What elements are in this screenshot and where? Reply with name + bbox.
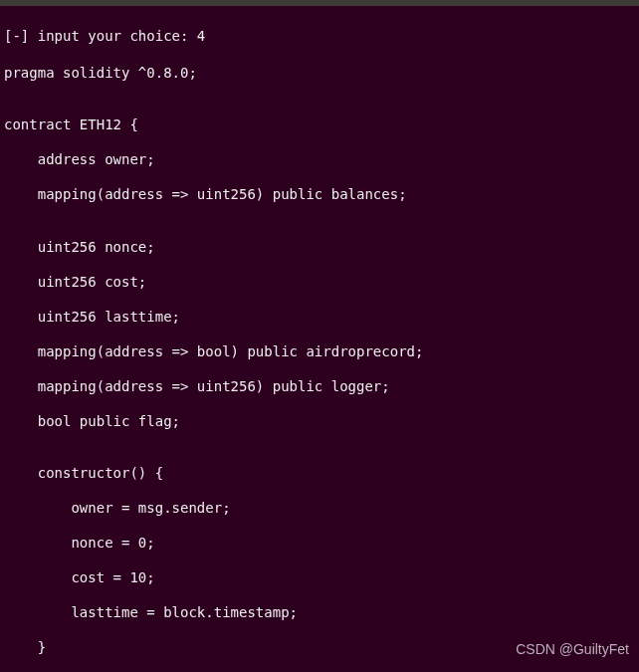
code-line: owner = msg.sender;: [4, 500, 635, 518]
watermark: CSDN @GuiltyFet: [516, 641, 629, 659]
code-line: bool public flag;: [4, 413, 635, 431]
terminal-output: [-] input your choice: 4 pragma solidity…: [0, 6, 639, 672]
code-line: mapping(address => uint256) public logge…: [4, 378, 635, 396]
code-line: address owner;: [4, 151, 635, 169]
code-line: cost = 10;: [4, 569, 635, 587]
code-line: constructor() {: [4, 465, 635, 483]
code-line: pragma solidity ^0.8.0;: [4, 65, 635, 83]
code-line: uint256 cost;: [4, 274, 635, 292]
code-line: mapping(address => bool) public airdropr…: [4, 343, 635, 361]
code-line: nonce = 0;: [4, 535, 635, 553]
code-line: contract ETH12 {: [4, 116, 635, 134]
prompt-line: [-] input your choice: 4: [4, 28, 205, 44]
code-line: mapping(address => uint256) public balan…: [4, 186, 635, 204]
code-line: lasttime = block.timestamp;: [4, 604, 635, 622]
code-line: uint256 nonce;: [4, 239, 635, 257]
code-line: uint256 lasttime;: [4, 309, 635, 327]
solidity-source: pragma solidity ^0.8.0; contract ETH12 {…: [4, 47, 635, 672]
